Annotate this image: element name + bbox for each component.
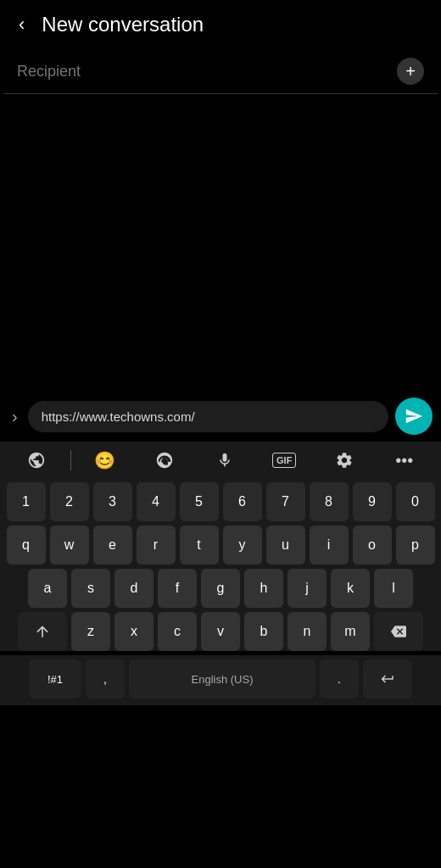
key-l[interactable]: l [374, 569, 413, 608]
add-recipient-button[interactable]: + [397, 58, 424, 85]
sticker-icon[interactable] [136, 448, 193, 473]
expand-button[interactable]: › [8, 403, 21, 430]
alpha-row-3: z x c v b n m [3, 612, 438, 651]
gif-icon[interactable]: GIF [256, 449, 313, 471]
bottom-bar: !#1 , English (US) . [0, 655, 441, 705]
key-j[interactable]: j [287, 569, 327, 608]
key-6[interactable]: 6 [223, 482, 262, 521]
recipient-bar: + [3, 49, 438, 94]
microphone-icon[interactable] [196, 448, 253, 473]
back-button[interactable]: ‹ [14, 10, 30, 39]
shift-button[interactable] [18, 612, 67, 651]
keyboard-toolbar: 😊 GIF ••• [0, 442, 441, 479]
key-d[interactable]: d [114, 569, 154, 608]
key-4[interactable]: 4 [137, 482, 176, 521]
alpha-row-2: a s d f g h j k l [3, 569, 438, 608]
key-b[interactable]: b [244, 612, 283, 651]
key-u[interactable]: u [266, 526, 305, 565]
key-k[interactable]: k [331, 569, 370, 608]
key-i[interactable]: i [310, 526, 349, 565]
key-g[interactable]: g [201, 569, 240, 608]
key-t[interactable]: t [180, 526, 219, 565]
header: ‹ New conversation [0, 0, 441, 49]
alpha-row-1: q w e r t y u i o p [3, 526, 438, 565]
comma-key[interactable]: , [86, 659, 125, 698]
bottom-key-row: !#1 , English (US) . [3, 659, 438, 698]
key-m[interactable]: m [331, 612, 370, 651]
emoji-icon[interactable]: 😊 [76, 447, 133, 474]
key-n[interactable]: n [287, 612, 327, 651]
message-input[interactable] [42, 409, 375, 424]
send-button[interactable] [395, 398, 433, 435]
key-c[interactable]: c [158, 612, 197, 651]
key-f[interactable]: f [158, 569, 197, 608]
keyboard: 1 2 3 4 5 6 7 8 9 0 q w e r t y u i o p … [0, 479, 441, 651]
gif-label: GIF [272, 453, 296, 468]
key-p[interactable]: p [396, 526, 435, 565]
message-input-container [28, 401, 388, 432]
key-s[interactable]: s [71, 569, 110, 608]
key-9[interactable]: 9 [353, 482, 392, 521]
key-r[interactable]: r [137, 526, 176, 565]
key-q[interactable]: q [7, 526, 46, 565]
message-area [0, 94, 441, 391]
number-row: 1 2 3 4 5 6 7 8 9 0 [3, 482, 438, 521]
key-z[interactable]: z [71, 612, 110, 651]
toolbar-divider [70, 450, 71, 470]
key-v[interactable]: v [201, 612, 240, 651]
key-x[interactable]: x [114, 612, 154, 651]
page-title: New conversation [42, 13, 204, 36]
more-options-icon[interactable]: ••• [376, 448, 433, 474]
settings-icon[interactable] [316, 448, 373, 473]
key-w[interactable]: w [50, 526, 89, 565]
key-0[interactable]: 0 [396, 482, 435, 521]
key-o[interactable]: o [353, 526, 392, 565]
message-input-row: › [0, 391, 441, 442]
key-h[interactable]: h [244, 569, 283, 608]
recipient-input[interactable] [17, 63, 397, 81]
send-icon [405, 407, 423, 426]
space-key[interactable]: English (US) [129, 659, 315, 698]
key-5[interactable]: 5 [180, 482, 219, 521]
key-1[interactable]: 1 [7, 482, 46, 521]
key-a[interactable]: a [28, 569, 67, 608]
symbols-button[interactable]: !#1 [29, 659, 81, 698]
backspace-button[interactable] [374, 612, 423, 651]
period-key[interactable]: . [320, 659, 359, 698]
key-8[interactable]: 8 [310, 482, 349, 521]
key-2[interactable]: 2 [50, 482, 89, 521]
enter-button[interactable] [363, 659, 412, 698]
key-7[interactable]: 7 [266, 482, 305, 521]
language-switch-icon[interactable] [8, 448, 65, 473]
key-y[interactable]: y [223, 526, 262, 565]
key-3[interactable]: 3 [93, 482, 132, 521]
key-e[interactable]: e [93, 526, 132, 565]
